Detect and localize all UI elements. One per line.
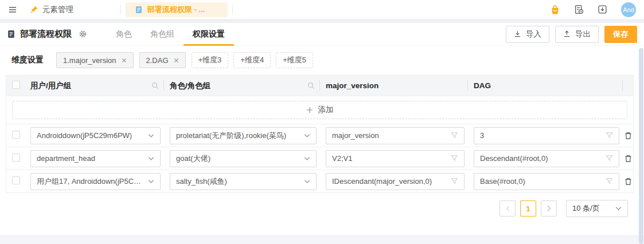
gear-icon[interactable] [79, 30, 87, 38]
role-select-value: proletariat(无产阶级),rookie(菜鸟) [176, 131, 286, 141]
major-version-input[interactable]: V2;V1 [326, 150, 465, 167]
search-icon[interactable] [151, 82, 159, 89]
document-icon [7, 30, 15, 38]
tab-role-group[interactable]: 角色组 [141, 23, 184, 46]
user-cell: Androiddown(jP5C29m6PW) [25, 127, 164, 144]
page-toolbar: 部署流程权限 角色 角色组 权限设置 导入 导出 保存 [0, 23, 644, 46]
tab-role[interactable]: 角色 [107, 23, 141, 46]
filter-funnel-icon[interactable] [606, 132, 613, 139]
filter-funnel-icon[interactable] [451, 178, 458, 185]
add-row-button[interactable]: 添加 [12, 101, 627, 119]
active-window-tab[interactable]: 部署流程权限 - ... [126, 2, 228, 17]
chevron-down-icon [148, 133, 154, 138]
close-icon[interactable] [174, 58, 179, 63]
filter-funnel-icon[interactable] [606, 155, 613, 162]
pinned-workspace-item[interactable]: 元素管理 [30, 5, 116, 15]
next-page-button[interactable] [541, 200, 557, 217]
export-button[interactable]: 导出 [555, 26, 599, 43]
import-button[interactable]: 导入 [506, 26, 549, 43]
dag-input[interactable]: Descendant(#root,0) [474, 150, 619, 167]
dimension-tag-1[interactable]: 1.major_version [56, 52, 134, 68]
row-checkbox-cell [6, 131, 25, 140]
delete-row-icon[interactable] [624, 177, 633, 186]
row-action-cell [623, 154, 633, 163]
role-select[interactable]: proletariat(无产阶级),rookie(菜鸟) [170, 127, 317, 144]
filter-funnel-icon[interactable] [451, 132, 458, 139]
chevron-down-icon [304, 133, 310, 138]
hamburger-menu-icon[interactable] [8, 5, 17, 14]
header-checkbox-cell [6, 81, 25, 90]
column-header-label: 用户/用户组 [30, 81, 71, 91]
role-select-value: salty_fish(咸鱼) [176, 176, 227, 187]
download-box-icon[interactable] [598, 5, 607, 14]
role-select-value: goat(大佬) [176, 154, 210, 164]
page-number-button[interactable]: 1 [520, 200, 536, 217]
role-select[interactable]: salty_fish(咸鱼) [170, 173, 317, 190]
dag-cell: 3 [468, 127, 623, 144]
delete-row-icon[interactable] [624, 131, 633, 140]
topbar-separator [0, 19, 644, 23]
table-row: 用户组17, Androiddown(jP5C29m6PW) salty_fis… [6, 170, 633, 193]
add-dimension-5-button[interactable]: +维度5 [276, 52, 313, 68]
add-row-wrapper: 添加 [6, 96, 633, 124]
dimension-settings-label: 维度设置 [11, 55, 44, 65]
dimension-tag-2[interactable]: 2.DAG [139, 52, 186, 68]
major-version-input[interactable]: IDescendant(major_version,0) [326, 173, 465, 190]
page-size-select[interactable]: 10 条/页 [566, 200, 628, 217]
tab-permission-settings[interactable]: 权限设置 [184, 23, 234, 46]
table-row: Androiddown(jP5C29m6PW) proletariat(无产阶级… [6, 124, 633, 147]
column-header-label: 角色/角色组 [170, 81, 210, 91]
dag-cell: Base(#root,0) [468, 173, 623, 190]
export-icon [563, 30, 571, 38]
major-version-input[interactable]: major_version [326, 127, 465, 144]
add-dimension-4-button[interactable]: +维度4 [233, 52, 271, 68]
filter-funnel-icon[interactable] [606, 178, 613, 185]
row-action-cell [623, 177, 633, 186]
pin-icon [30, 5, 38, 14]
add-row-label: 添加 [318, 105, 334, 115]
topbar-right-actions: And [550, 2, 636, 17]
column-header-major-version: major_version [320, 76, 468, 96]
tab-divider [120, 5, 121, 15]
filter-funnel-icon[interactable] [451, 155, 458, 162]
select-all-checkbox[interactable] [12, 81, 20, 89]
dag-value: Descendant(#root,0) [480, 154, 548, 163]
row-checkbox[interactable] [12, 176, 20, 184]
dimension-settings-row: 维度设置 1.major_version 2.DAG +维度3 +维度4 +维度… [0, 46, 644, 74]
major-version-cell: major_version [320, 127, 468, 144]
user-select[interactable]: department_head [30, 150, 161, 167]
toolbar-actions: 导入 导出 保存 [506, 26, 637, 43]
dag-input[interactable]: 3 [474, 127, 619, 144]
prev-page-button[interactable] [499, 200, 516, 217]
pinned-item-label: 元素管理 [42, 5, 73, 15]
active-window-tab-label: 部署流程权限 - ... [147, 5, 205, 15]
column-header-user: 用户/用户组 [25, 76, 164, 96]
bottom-strip [0, 235, 644, 244]
export-label: 导出 [575, 29, 591, 40]
header-action-cell [623, 76, 634, 96]
import-icon [514, 30, 521, 38]
tab-divider [232, 5, 233, 15]
dag-input[interactable]: Base(#root,0) [474, 173, 619, 190]
task-log-icon[interactable] [574, 5, 584, 14]
bag-icon[interactable] [550, 5, 560, 15]
add-dimension-3-button[interactable]: +维度3 [192, 52, 229, 68]
row-action-cell [623, 131, 633, 140]
user-select[interactable]: 用户组17, Androiddown(jP5C29m6PW) [30, 173, 161, 190]
row-checkbox[interactable] [12, 154, 20, 162]
row-checkbox[interactable] [12, 131, 20, 139]
document-icon [135, 6, 143, 14]
user-avatar[interactable]: And [621, 2, 636, 17]
page-title: 部署流程权限 [20, 29, 72, 40]
delete-row-icon[interactable] [624, 154, 633, 163]
dimension-tag-label: 2.DAG [146, 56, 169, 65]
close-icon[interactable] [122, 58, 127, 63]
dimension-tag-label: 1.major_version [63, 56, 116, 65]
table-header-row: 用户/用户组 角色/角色组 major_version DAG [6, 76, 633, 96]
user-select[interactable]: Androiddown(jP5C29m6PW) [30, 127, 161, 144]
vertical-scrollbar[interactable] [639, 48, 643, 244]
role-select[interactable]: goat(大佬) [170, 150, 317, 167]
search-icon[interactable] [307, 82, 315, 89]
view-tabs: 角色 角色组 权限设置 [107, 23, 234, 46]
save-button[interactable]: 保存 [604, 26, 637, 43]
